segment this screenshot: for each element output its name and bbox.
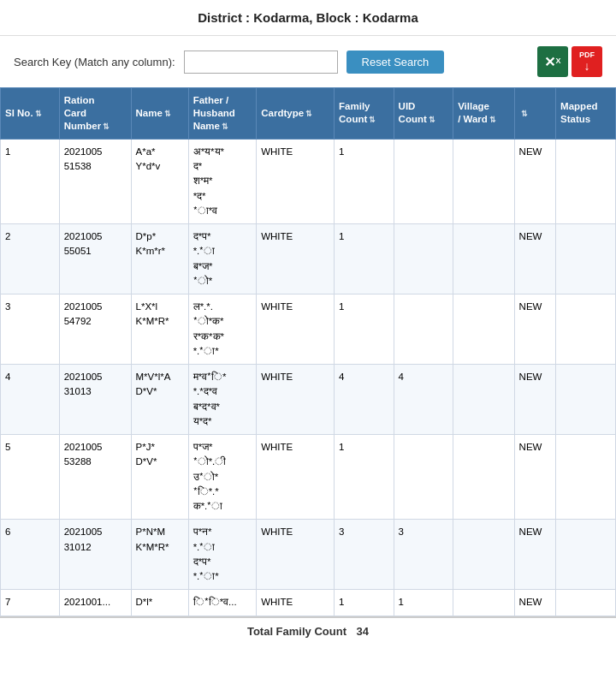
pdf-export-button[interactable]: PDF ↓: [572, 46, 602, 77]
table-cell: म*व*ि**.*द*वब*द*व*य*द*: [188, 365, 257, 435]
table-cell: WHITE: [257, 139, 335, 223]
table-row: 5202100553288P*J*D*V*प*ज**ो*.ीउ*ो**ि*.*क…: [1, 435, 616, 520]
reset-search-button[interactable]: Reset Search: [346, 51, 445, 74]
table-cell: [556, 224, 616, 294]
table-cell: L*X*lK*M*R*: [131, 294, 188, 365]
export-icons: ✕ X PDF ↓: [537, 46, 602, 77]
table-cell: 4: [1, 365, 60, 435]
table-cell: 2: [1, 224, 60, 294]
table-cell: 1: [335, 590, 394, 616]
table-cell: 1: [335, 294, 394, 365]
table-cell: 202100554792: [59, 294, 131, 365]
table-cell: [556, 139, 616, 223]
table-cell: WHITE: [257, 294, 335, 365]
table-row: 1202100551538A*a*Y*d*vअ*य*य*द*श*म**द**ा*…: [1, 139, 616, 223]
table-cell: NEW: [514, 590, 556, 616]
table-cell: WHITE: [257, 435, 335, 520]
table-cell: [556, 294, 616, 365]
table-cell: [394, 224, 453, 294]
table-cell: 4: [394, 365, 453, 435]
table-cell: 1: [335, 435, 394, 520]
table-cell: 6: [1, 520, 60, 590]
search-bar: Search Key (Match any column): Reset Sea…: [0, 36, 616, 87]
col-slno[interactable]: Sl No.⇅: [1, 88, 60, 140]
table-cell: WHITE: [257, 224, 335, 294]
table-cell: द*प**.*ाब*ज**ो*: [188, 224, 257, 294]
col-mapped-status[interactable]: MappedStatus: [556, 88, 616, 140]
col-village-ward[interactable]: Village/ Ward⇅: [453, 88, 514, 140]
table-cell: NEW: [514, 139, 556, 223]
table-cell: 5: [1, 435, 60, 520]
search-input[interactable]: [184, 51, 338, 74]
table-cell: 202100555051: [59, 224, 131, 294]
table-cell: NEW: [514, 224, 556, 294]
table-cell: NEW: [514, 294, 556, 365]
table-cell: प*ज**ो*.ीउ*ो**ि*.*क*.*ा: [188, 435, 257, 520]
table-cell: ल*.*.*ो*क*र*क*क**.*ा*: [188, 294, 257, 365]
table-body: 1202100551538A*a*Y*d*vअ*य*य*द*श*म**द**ा*…: [1, 139, 616, 616]
excel-icon: ✕: [544, 54, 555, 70]
table-cell: D*p*K*m*r*: [131, 224, 188, 294]
table-cell: [556, 520, 616, 590]
excel-export-button[interactable]: ✕ X: [537, 46, 568, 77]
table-cell: अ*य*य*द*श*म**द**ा*व: [188, 139, 257, 223]
table-row: 4202100531013M*V*l*AD*V*म*व*ि**.*द*वब*द*…: [1, 365, 616, 435]
table-cell: 3: [335, 520, 394, 590]
table-cell: 2021001...: [59, 590, 131, 616]
table-header: Sl No.⇅ RationCardNumber⇅ Name⇅ Father /…: [1, 88, 616, 140]
search-label: Search Key (Match any column):: [14, 56, 175, 68]
col-name[interactable]: Name⇅: [131, 88, 188, 140]
col-data[interactable]: ⇅: [514, 88, 556, 140]
table-cell: WHITE: [257, 590, 335, 616]
table-cell: [453, 435, 514, 520]
table-cell: [453, 365, 514, 435]
table-cell: प*न**.*ाद*प**.*ा*: [188, 520, 257, 590]
table-cell: 1: [335, 224, 394, 294]
table-cell: 4: [335, 365, 394, 435]
table-cell: [453, 590, 514, 616]
table-cell: [394, 294, 453, 365]
col-cardtype[interactable]: Cardtype⇅: [257, 88, 335, 140]
table-row: 2202100555051D*p*K*m*r*द*प**.*ाब*ज**ो*WH…: [1, 224, 616, 294]
table-cell: [453, 520, 514, 590]
excel-label: X: [555, 56, 560, 65]
table-cell: 7: [1, 590, 60, 616]
table-cell: [394, 435, 453, 520]
table-cell: ि*ि*व...: [188, 590, 257, 616]
table-cell: NEW: [514, 520, 556, 590]
table-cell: [556, 365, 616, 435]
pdf-label: PDF: [579, 51, 595, 59]
table-cell: 3: [394, 520, 453, 590]
pdf-arrow-icon: ↓: [584, 59, 590, 73]
table-row: 3202100554792L*X*lK*M*R*ल*.*.*ो*क*र*क*क*…: [1, 294, 616, 365]
table-cell: 3: [1, 294, 60, 365]
table-cell: P*N*MK*M*R*: [131, 520, 188, 590]
col-ration-card[interactable]: RationCardNumber⇅: [59, 88, 131, 140]
table-cell: 202100553288: [59, 435, 131, 520]
table-cell: [394, 139, 453, 223]
table-row: 72021001...D*l*ि*ि*व...WHITE11NEW: [1, 590, 616, 616]
page-title: District : Kodarma, Block : Kodarma: [0, 0, 616, 36]
col-uid-count[interactable]: UIDCount⇅: [394, 88, 453, 140]
total-family-count-label: Total Family Count: [247, 625, 346, 638]
col-family-count[interactable]: FamilyCount⇅: [335, 88, 394, 140]
table-cell: 1: [335, 139, 394, 223]
table-cell: NEW: [514, 435, 556, 520]
table-cell: 202100551538: [59, 139, 131, 223]
table-cell: [556, 590, 616, 616]
table-cell: A*a*Y*d*v: [131, 139, 188, 223]
total-family-count-value: 34: [357, 625, 369, 638]
table-cell: 202100531013: [59, 365, 131, 435]
table-cell: D*l*: [131, 590, 188, 616]
table-cell: M*V*l*AD*V*: [131, 365, 188, 435]
data-table: Sl No.⇅ RationCardNumber⇅ Name⇅ Father /…: [0, 87, 616, 616]
table-cell: 1: [1, 139, 60, 223]
table-cell: [453, 224, 514, 294]
table-cell: 1: [394, 590, 453, 616]
table-cell: WHITE: [257, 365, 335, 435]
table-cell: P*J*D*V*: [131, 435, 188, 520]
table-footer: Total Family Count 34: [0, 616, 616, 645]
table-cell: [556, 435, 616, 520]
table-row: 6202100531012P*N*MK*M*R*प*न**.*ाद*प**.*ा…: [1, 520, 616, 590]
col-father-husband[interactable]: Father /HusbandName⇅: [188, 88, 257, 140]
